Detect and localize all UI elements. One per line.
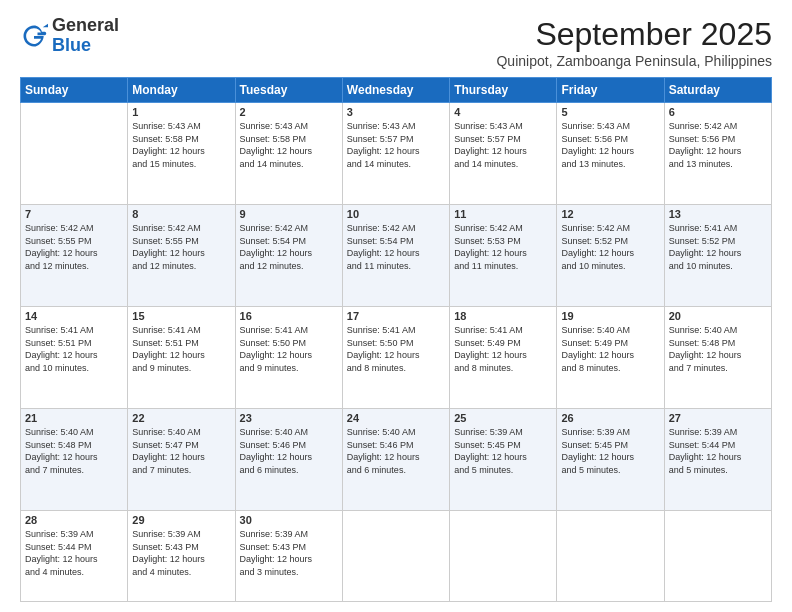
calendar-cell: 8Sunrise: 5:42 AM Sunset: 5:55 PM Daylig…	[128, 204, 235, 306]
calendar-cell: 6Sunrise: 5:42 AM Sunset: 5:56 PM Daylig…	[664, 103, 771, 205]
day-number: 19	[561, 310, 659, 322]
calendar-cell: 9Sunrise: 5:42 AM Sunset: 5:54 PM Daylig…	[235, 204, 342, 306]
day-info: Sunrise: 5:42 AM Sunset: 5:54 PM Dayligh…	[240, 222, 338, 272]
calendar-cell: 15Sunrise: 5:41 AM Sunset: 5:51 PM Dayli…	[128, 306, 235, 408]
day-number: 2	[240, 106, 338, 118]
day-info: Sunrise: 5:39 AM Sunset: 5:45 PM Dayligh…	[561, 426, 659, 476]
calendar-cell	[21, 103, 128, 205]
day-info: Sunrise: 5:41 AM Sunset: 5:50 PM Dayligh…	[240, 324, 338, 374]
calendar-cell: 19Sunrise: 5:40 AM Sunset: 5:49 PM Dayli…	[557, 306, 664, 408]
day-number: 6	[669, 106, 767, 118]
calendar-cell: 16Sunrise: 5:41 AM Sunset: 5:50 PM Dayli…	[235, 306, 342, 408]
day-number: 5	[561, 106, 659, 118]
calendar-cell: 2Sunrise: 5:43 AM Sunset: 5:58 PM Daylig…	[235, 103, 342, 205]
day-info: Sunrise: 5:42 AM Sunset: 5:54 PM Dayligh…	[347, 222, 445, 272]
day-info: Sunrise: 5:43 AM Sunset: 5:57 PM Dayligh…	[454, 120, 552, 170]
page: General Blue September 2025 Quinipot, Za…	[0, 0, 792, 612]
week-row-3: 14Sunrise: 5:41 AM Sunset: 5:51 PM Dayli…	[21, 306, 772, 408]
calendar-cell: 25Sunrise: 5:39 AM Sunset: 5:45 PM Dayli…	[450, 408, 557, 510]
day-info: Sunrise: 5:39 AM Sunset: 5:44 PM Dayligh…	[25, 528, 123, 578]
day-number: 9	[240, 208, 338, 220]
day-number: 30	[240, 514, 338, 526]
day-number: 11	[454, 208, 552, 220]
calendar-cell	[557, 510, 664, 601]
day-info: Sunrise: 5:39 AM Sunset: 5:45 PM Dayligh…	[454, 426, 552, 476]
col-saturday: Saturday	[664, 78, 771, 103]
week-row-1: 1Sunrise: 5:43 AM Sunset: 5:58 PM Daylig…	[21, 103, 772, 205]
calendar-cell: 14Sunrise: 5:41 AM Sunset: 5:51 PM Dayli…	[21, 306, 128, 408]
calendar-cell: 7Sunrise: 5:42 AM Sunset: 5:55 PM Daylig…	[21, 204, 128, 306]
week-row-4: 21Sunrise: 5:40 AM Sunset: 5:48 PM Dayli…	[21, 408, 772, 510]
day-number: 25	[454, 412, 552, 424]
day-number: 10	[347, 208, 445, 220]
day-info: Sunrise: 5:40 AM Sunset: 5:46 PM Dayligh…	[240, 426, 338, 476]
calendar-cell: 1Sunrise: 5:43 AM Sunset: 5:58 PM Daylig…	[128, 103, 235, 205]
calendar-cell: 5Sunrise: 5:43 AM Sunset: 5:56 PM Daylig…	[557, 103, 664, 205]
day-number: 4	[454, 106, 552, 118]
logo-icon	[20, 22, 48, 50]
calendar-cell: 28Sunrise: 5:39 AM Sunset: 5:44 PM Dayli…	[21, 510, 128, 601]
calendar-cell: 11Sunrise: 5:42 AM Sunset: 5:53 PM Dayli…	[450, 204, 557, 306]
day-info: Sunrise: 5:39 AM Sunset: 5:43 PM Dayligh…	[132, 528, 230, 578]
logo-general-text: General	[52, 15, 119, 35]
calendar-cell: 3Sunrise: 5:43 AM Sunset: 5:57 PM Daylig…	[342, 103, 449, 205]
header: General Blue September 2025 Quinipot, Za…	[20, 16, 772, 69]
title-block: September 2025 Quinipot, Zamboanga Penin…	[496, 16, 772, 69]
day-number: 18	[454, 310, 552, 322]
day-info: Sunrise: 5:42 AM Sunset: 5:56 PM Dayligh…	[669, 120, 767, 170]
day-info: Sunrise: 5:39 AM Sunset: 5:43 PM Dayligh…	[240, 528, 338, 578]
day-info: Sunrise: 5:43 AM Sunset: 5:58 PM Dayligh…	[240, 120, 338, 170]
day-info: Sunrise: 5:42 AM Sunset: 5:52 PM Dayligh…	[561, 222, 659, 272]
calendar-cell: 24Sunrise: 5:40 AM Sunset: 5:46 PM Dayli…	[342, 408, 449, 510]
calendar-cell: 27Sunrise: 5:39 AM Sunset: 5:44 PM Dayli…	[664, 408, 771, 510]
day-info: Sunrise: 5:42 AM Sunset: 5:53 PM Dayligh…	[454, 222, 552, 272]
calendar-cell: 4Sunrise: 5:43 AM Sunset: 5:57 PM Daylig…	[450, 103, 557, 205]
day-info: Sunrise: 5:42 AM Sunset: 5:55 PM Dayligh…	[132, 222, 230, 272]
calendar-cell: 29Sunrise: 5:39 AM Sunset: 5:43 PM Dayli…	[128, 510, 235, 601]
day-info: Sunrise: 5:41 AM Sunset: 5:51 PM Dayligh…	[132, 324, 230, 374]
calendar-cell: 26Sunrise: 5:39 AM Sunset: 5:45 PM Dayli…	[557, 408, 664, 510]
day-number: 7	[25, 208, 123, 220]
calendar-cell: 13Sunrise: 5:41 AM Sunset: 5:52 PM Dayli…	[664, 204, 771, 306]
logo-blue-text: Blue	[52, 35, 91, 55]
day-info: Sunrise: 5:40 AM Sunset: 5:48 PM Dayligh…	[669, 324, 767, 374]
calendar-cell: 22Sunrise: 5:40 AM Sunset: 5:47 PM Dayli…	[128, 408, 235, 510]
day-number: 16	[240, 310, 338, 322]
calendar-cell: 10Sunrise: 5:42 AM Sunset: 5:54 PM Dayli…	[342, 204, 449, 306]
day-number: 13	[669, 208, 767, 220]
logo: General Blue	[20, 16, 119, 56]
day-info: Sunrise: 5:41 AM Sunset: 5:51 PM Dayligh…	[25, 324, 123, 374]
col-tuesday: Tuesday	[235, 78, 342, 103]
day-number: 20	[669, 310, 767, 322]
day-number: 27	[669, 412, 767, 424]
day-info: Sunrise: 5:41 AM Sunset: 5:52 PM Dayligh…	[669, 222, 767, 272]
week-row-5: 28Sunrise: 5:39 AM Sunset: 5:44 PM Dayli…	[21, 510, 772, 601]
col-thursday: Thursday	[450, 78, 557, 103]
day-number: 26	[561, 412, 659, 424]
subtitle: Quinipot, Zamboanga Peninsula, Philippin…	[496, 53, 772, 69]
day-number: 29	[132, 514, 230, 526]
day-number: 21	[25, 412, 123, 424]
week-row-2: 7Sunrise: 5:42 AM Sunset: 5:55 PM Daylig…	[21, 204, 772, 306]
day-number: 17	[347, 310, 445, 322]
col-wednesday: Wednesday	[342, 78, 449, 103]
day-number: 1	[132, 106, 230, 118]
calendar-cell	[342, 510, 449, 601]
day-info: Sunrise: 5:41 AM Sunset: 5:50 PM Dayligh…	[347, 324, 445, 374]
day-info: Sunrise: 5:43 AM Sunset: 5:57 PM Dayligh…	[347, 120, 445, 170]
day-number: 28	[25, 514, 123, 526]
day-number: 14	[25, 310, 123, 322]
calendar-cell: 12Sunrise: 5:42 AM Sunset: 5:52 PM Dayli…	[557, 204, 664, 306]
day-info: Sunrise: 5:42 AM Sunset: 5:55 PM Dayligh…	[25, 222, 123, 272]
col-monday: Monday	[128, 78, 235, 103]
calendar-cell: 17Sunrise: 5:41 AM Sunset: 5:50 PM Dayli…	[342, 306, 449, 408]
day-info: Sunrise: 5:40 AM Sunset: 5:49 PM Dayligh…	[561, 324, 659, 374]
day-info: Sunrise: 5:40 AM Sunset: 5:47 PM Dayligh…	[132, 426, 230, 476]
day-number: 15	[132, 310, 230, 322]
calendar-cell: 30Sunrise: 5:39 AM Sunset: 5:43 PM Dayli…	[235, 510, 342, 601]
day-info: Sunrise: 5:40 AM Sunset: 5:46 PM Dayligh…	[347, 426, 445, 476]
day-number: 22	[132, 412, 230, 424]
calendar-cell	[664, 510, 771, 601]
day-info: Sunrise: 5:43 AM Sunset: 5:58 PM Dayligh…	[132, 120, 230, 170]
day-info: Sunrise: 5:43 AM Sunset: 5:56 PM Dayligh…	[561, 120, 659, 170]
